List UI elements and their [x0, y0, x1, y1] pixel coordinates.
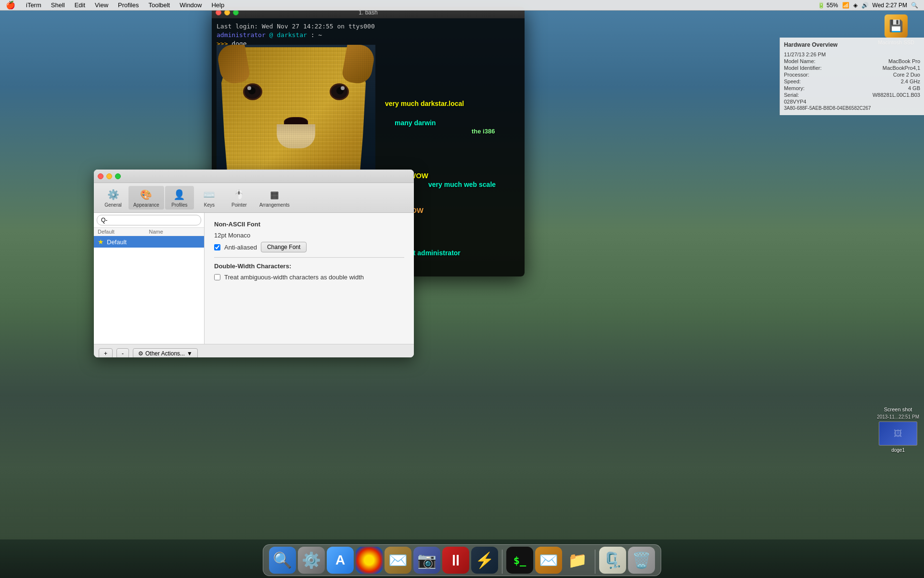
tab-profiles[interactable]: 👤 Profiles	[165, 186, 194, 210]
dock-item-system-prefs[interactable]: ⚙️	[298, 547, 325, 574]
prefs-close-button[interactable]	[98, 173, 103, 179]
menu-app-name[interactable]: iTerm	[21, 0, 46, 11]
prefs-separator1	[214, 257, 404, 258]
other-actions-label: Other Actions...	[145, 350, 185, 357]
menu-toolbelt[interactable]: Toolbelt	[143, 0, 175, 11]
menubar-battery: 🔋 55%	[818, 2, 838, 9]
mail-icon: ✉️	[535, 547, 562, 574]
finder-icon: 🔍	[269, 547, 296, 574]
screenshot-title: Screen shot	[884, 407, 912, 412]
mail-like-icon: ✉️	[385, 547, 411, 574]
screenshot-thumbnail[interactable]: Screen shot 2013-11...22:51 PM 🖼 doge1	[877, 407, 919, 453]
prefs-maximize-button[interactable]	[115, 173, 121, 179]
dock-separator2	[595, 550, 595, 574]
prefs-titlebar	[94, 170, 414, 183]
tab-pointer-label: Pointer	[231, 202, 247, 208]
dock-item-parallels[interactable]: ⏸	[442, 547, 469, 574]
prefs-content: Non-ASCII Font 12pt Monaco Anti-aliased …	[205, 213, 414, 344]
dock-item-chrome[interactable]	[356, 547, 383, 574]
other-actions-arrow: ▼	[187, 350, 192, 357]
menu-edit[interactable]: Edit	[70, 0, 90, 11]
tab-general[interactable]: ⚙️ General	[99, 186, 128, 210]
tab-arrangements[interactable]: ▦ Arrangements	[255, 186, 295, 210]
double-width-title: Double-Width Characters:	[214, 263, 404, 270]
iphoto-icon: 📷	[413, 547, 440, 574]
tab-pointer[interactable]: 🖱️ Pointer	[225, 186, 254, 210]
gpu-monitor-icon: ⚡	[471, 547, 498, 574]
archive-icon: 🗜️	[599, 547, 626, 574]
system-info-date: 11/27/13 2:26 PM	[784, 51, 920, 58]
dock-item-terminal[interactable]: $_	[506, 547, 533, 574]
prefs-toolbar: ⚙️ General 🎨 Appearance 👤 Profiles ⌨️ Ke…	[94, 183, 414, 213]
prefs-sidebar: Default Name ★ Default	[94, 213, 205, 344]
add-icon: +	[104, 350, 107, 357]
profiles-icon: 👤	[173, 188, 186, 201]
menubar-bluetooth: ◈	[853, 2, 858, 9]
non-ascii-font-title: Non-ASCII Font	[214, 221, 404, 228]
menubar: 🍎 iTerm Shell Edit View Profiles Toolbel…	[0, 0, 924, 11]
parallels-icon: ⏸	[442, 547, 469, 574]
dock-separator	[502, 550, 502, 574]
system-info-processor: Processor:Core 2 Duo	[784, 71, 920, 78]
system-info-speed: Speed:2.4 GHz	[784, 78, 920, 85]
dock-item-gpu-monitor[interactable]: ⚡	[471, 547, 498, 574]
dock-item-iphoto[interactable]: 📷	[413, 547, 440, 574]
profile-item-default[interactable]: ★ Default	[94, 236, 204, 248]
terminal-path: : ~	[311, 31, 322, 39]
prefs-minimize-button[interactable]	[106, 173, 112, 179]
tab-appearance-label: Appearance	[133, 202, 159, 208]
menu-help[interactable]: Help	[206, 0, 229, 11]
prefs-window[interactable]: ⚙️ General 🎨 Appearance 👤 Profiles ⌨️ Ke…	[94, 170, 414, 357]
apple-menu[interactable]: 🍎	[0, 0, 21, 11]
change-font-button[interactable]: Change Font	[261, 242, 307, 252]
remove-profile-button[interactable]: -	[116, 348, 129, 358]
dock-item-app-store[interactable]: A	[327, 547, 354, 574]
dock-item-mail-like[interactable]: ✉️	[385, 547, 411, 574]
dock-item-trash[interactable]: 🗑️	[628, 547, 655, 574]
dock-item-files[interactable]: 📁	[564, 547, 591, 574]
menu-view[interactable]: View	[90, 0, 113, 11]
double-width-row: Treat ambiguous-width characters as doub…	[214, 274, 404, 281]
terminal-host: darkstar	[277, 31, 307, 39]
doge-text-i386: the i386	[472, 127, 495, 136]
arrangements-icon: ▦	[268, 188, 281, 201]
menubar-time: Wed 2:27 PM	[873, 2, 907, 9]
anti-aliased-checkbox[interactable]	[214, 244, 220, 250]
screenshot-image: 🖼	[879, 421, 917, 446]
dock-item-finder[interactable]: 🔍	[269, 547, 296, 574]
menubar-wifi: 📶	[842, 2, 849, 9]
dock-item-archive[interactable]: 🗜️	[599, 547, 626, 574]
dock: 🔍 ⚙️ A ✉️ 📷 ⏸ ⚡ $_	[0, 535, 924, 578]
keys-icon: ⌨️	[203, 188, 216, 201]
system-info-title: Hardware Overview	[784, 41, 920, 48]
system-info-uuid: 028VYP4	[784, 98, 920, 105]
trash-icon: 🗑️	[628, 547, 655, 574]
menu-window[interactable]: Window	[175, 0, 206, 11]
doge-text-web-scale: very much web scale	[428, 180, 496, 190]
menu-shell[interactable]: Shell	[46, 0, 70, 11]
dock-item-mail[interactable]: ✉️	[535, 547, 562, 574]
tab-general-label: General	[104, 202, 122, 208]
menubar-search-icon[interactable]: 🔍	[911, 2, 918, 9]
menu-profiles[interactable]: Profiles	[113, 0, 143, 11]
tab-arrangements-label: Arrangements	[259, 202, 290, 208]
anti-aliased-row: Anti-aliased Change Font	[214, 242, 404, 252]
double-width-checkbox[interactable]	[214, 274, 220, 280]
files-icon: 📁	[564, 547, 591, 574]
col-name: Name	[149, 229, 201, 235]
minus-icon: -	[122, 350, 124, 357]
system-info-model: Model Name:MacBook Pro	[784, 58, 920, 65]
tab-appearance[interactable]: 🎨 Appearance	[128, 186, 164, 210]
chrome-icon	[356, 547, 383, 574]
other-actions-button[interactable]: ⚙ Other Actions... ▼	[133, 348, 198, 358]
prefs-bottom-bar: + - ⚙ Other Actions... ▼	[94, 344, 414, 357]
add-profile-button[interactable]: +	[99, 348, 113, 358]
appearance-icon: 🎨	[140, 188, 153, 201]
general-icon: ⚙️	[106, 188, 120, 201]
tab-keys[interactable]: ⌨️ Keys	[195, 186, 224, 210]
doge-text-darkstar: very much darkstar.local	[385, 99, 464, 109]
menubar-right: 🔋 55% 📶 ◈ 🔊 Wed 2:27 PM 🔍	[818, 2, 924, 9]
prefs-search-input[interactable]	[97, 215, 201, 225]
screenshot-label: doge1	[891, 447, 905, 453]
tab-keys-label: Keys	[204, 202, 215, 208]
